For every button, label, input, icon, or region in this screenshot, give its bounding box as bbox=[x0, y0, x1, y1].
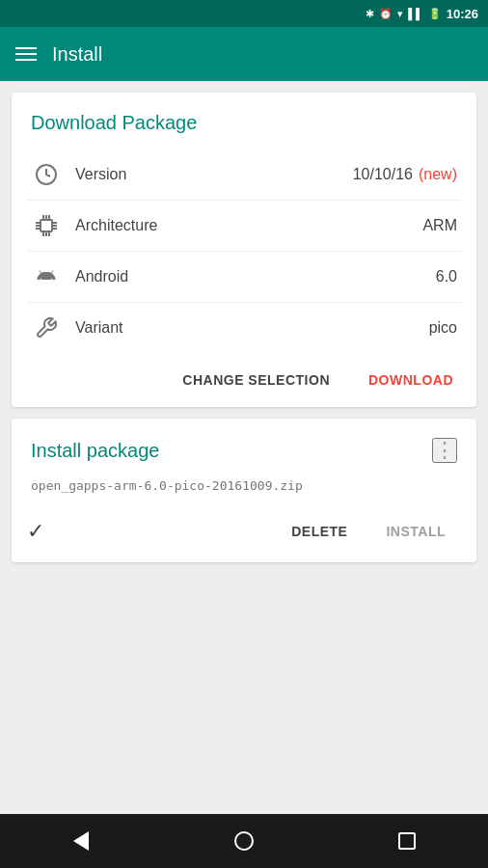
install-card-actions: ✓ DELETE INSTALL bbox=[12, 508, 476, 562]
chip-icon bbox=[31, 210, 62, 241]
android-icon bbox=[31, 261, 62, 292]
battery-icon: 🔋 bbox=[428, 8, 442, 20]
download-card-actions: CHANGE SELECTION DOWNLOAD bbox=[12, 353, 476, 407]
signal-icon: ▌▌ bbox=[408, 8, 423, 19]
app-title: Install bbox=[52, 43, 102, 66]
back-button[interactable] bbox=[54, 814, 108, 868]
variant-row: Variant pico bbox=[12, 303, 476, 353]
package-filename: open_gapps-arm-6.0-pico-20161009.zip bbox=[12, 475, 476, 508]
version-label: Version bbox=[75, 166, 339, 183]
wifi-icon: ▾ bbox=[397, 8, 403, 20]
new-badge: (new) bbox=[419, 166, 457, 182]
more-options-button[interactable]: ⋮ bbox=[432, 438, 457, 463]
svg-rect-1 bbox=[41, 220, 52, 231]
main-content: Download Package Version 10/10/16(new) bbox=[0, 81, 488, 814]
change-selection-button[interactable]: CHANGE SELECTION bbox=[167, 365, 345, 395]
architecture-label: Architecture bbox=[75, 217, 409, 234]
android-row: Android 6.0 bbox=[12, 252, 476, 302]
clock-icon bbox=[31, 159, 62, 190]
variant-label: Variant bbox=[75, 319, 416, 337]
install-button[interactable]: INSTALL bbox=[370, 516, 461, 547]
time-display: 10:26 bbox=[447, 7, 478, 21]
status-icons: ✱ ⏰ ▾ ▌▌ 🔋 10:26 bbox=[366, 7, 478, 21]
install-header: Install package ⋮ bbox=[12, 419, 476, 475]
app-bar: Install bbox=[0, 27, 488, 81]
home-button[interactable] bbox=[217, 814, 271, 868]
architecture-value: ARM bbox=[422, 217, 457, 234]
nav-bar bbox=[0, 814, 488, 868]
recents-button[interactable] bbox=[380, 814, 434, 868]
wrench-icon bbox=[31, 312, 62, 343]
status-bar: ✱ ⏰ ▾ ▌▌ 🔋 10:26 bbox=[0, 0, 488, 27]
menu-button[interactable] bbox=[15, 47, 37, 61]
install-package-card: Install package ⋮ open_gapps-arm-6.0-pic… bbox=[12, 419, 476, 562]
home-icon bbox=[234, 831, 254, 851]
architecture-row: Architecture ARM bbox=[12, 201, 476, 251]
delete-button[interactable]: DELETE bbox=[276, 516, 363, 547]
install-buttons: DELETE INSTALL bbox=[276, 516, 461, 547]
variant-value: pico bbox=[429, 319, 457, 337]
alarm-icon: ⏰ bbox=[379, 8, 393, 20]
download-button[interactable]: DOWNLOAD bbox=[353, 365, 469, 395]
install-package-title: Install package bbox=[31, 440, 159, 462]
checkmark-icon: ✓ bbox=[27, 519, 44, 544]
download-package-card: Download Package Version 10/10/16(new) bbox=[12, 93, 476, 407]
bluetooth-icon: ✱ bbox=[366, 8, 374, 20]
download-package-title: Download Package bbox=[12, 93, 476, 149]
back-icon bbox=[73, 831, 89, 851]
version-row: Version 10/10/16(new) bbox=[12, 149, 476, 200]
android-label: Android bbox=[75, 268, 422, 285]
version-value: 10/10/16(new) bbox=[353, 166, 457, 183]
android-value: 6.0 bbox=[436, 268, 457, 285]
recents-icon bbox=[398, 832, 416, 850]
